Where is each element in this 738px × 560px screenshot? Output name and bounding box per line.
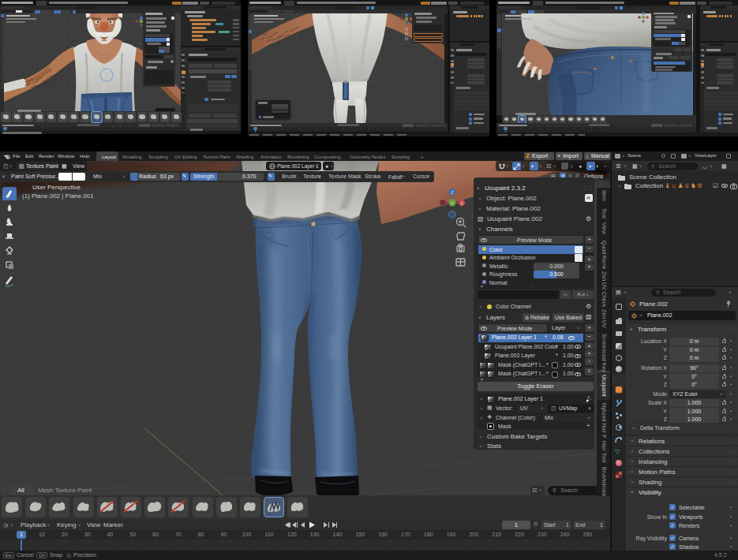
svg-text:Y: Y: [451, 201, 454, 206]
svg-text:X: X: [460, 201, 463, 206]
